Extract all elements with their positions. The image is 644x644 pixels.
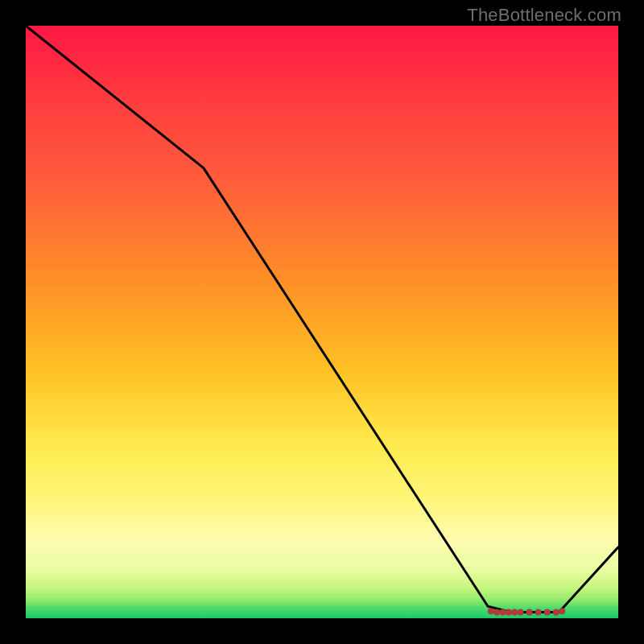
marker-dot <box>511 609 518 616</box>
marker-dot <box>535 609 542 616</box>
marker-dot <box>500 609 506 616</box>
chart-overlay <box>26 26 618 618</box>
marker-dot <box>518 609 524 616</box>
bottleneck-line <box>26 26 618 613</box>
marker-dot <box>526 609 533 616</box>
marker-dot <box>493 609 500 616</box>
marker-dot <box>506 609 512 616</box>
chart-frame: TheBottleneck.com <box>0 0 644 644</box>
watermark-text: TheBottleneck.com <box>467 5 621 26</box>
marker-dot <box>553 609 559 616</box>
marker-dot <box>488 608 494 614</box>
marker-dot <box>544 609 551 616</box>
marker-dot <box>559 608 565 614</box>
